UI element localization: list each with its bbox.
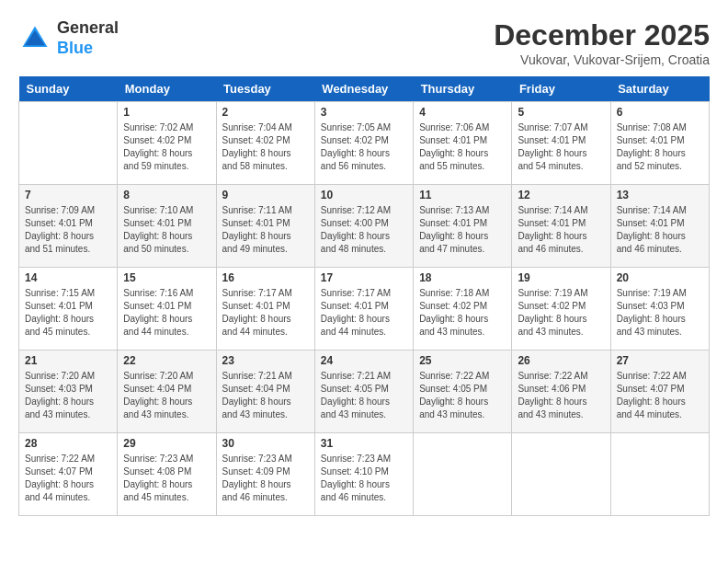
day-number: 3: [321, 106, 407, 119]
week-row-1: 1Sunrise: 7:02 AMSunset: 4:02 PMDaylight…: [19, 102, 710, 185]
calendar-cell: 25Sunrise: 7:22 AMSunset: 4:05 PMDayligh…: [414, 350, 512, 433]
calendar-cell: 14Sunrise: 7:15 AMSunset: 4:01 PMDayligh…: [19, 268, 118, 350]
calendar-cell: 21Sunrise: 7:20 AMSunset: 4:03 PMDayligh…: [19, 350, 118, 433]
day-header-wednesday: Wednesday: [314, 76, 413, 102]
day-number: 14: [25, 271, 111, 284]
day-number: 7: [25, 189, 111, 201]
calendar-cell: 28Sunrise: 7:22 AMSunset: 4:07 PMDayligh…: [19, 433, 118, 516]
calendar-cell: 16Sunrise: 7:17 AMSunset: 4:01 PMDayligh…: [216, 268, 314, 350]
day-number: 1: [123, 106, 210, 119]
day-number: 5: [518, 106, 604, 119]
day-number: 13: [617, 189, 703, 201]
cell-info: Sunrise: 7:14 AMSunset: 4:01 PMDaylight:…: [617, 204, 703, 256]
logo-text: General Blue: [57, 18, 119, 58]
cell-info: Sunrise: 7:11 AMSunset: 4:01 PMDaylight:…: [222, 204, 309, 256]
day-number: 28: [25, 437, 111, 450]
cell-info: Sunrise: 7:22 AMSunset: 4:07 PMDaylight:…: [617, 370, 703, 421]
day-number: 10: [321, 189, 407, 201]
calendar-cell: 24Sunrise: 7:21 AMSunset: 4:05 PMDayligh…: [314, 350, 413, 433]
cell-info: Sunrise: 7:13 AMSunset: 4:01 PMDaylight:…: [419, 204, 506, 256]
day-number: 2: [222, 106, 309, 119]
calendar-cell: 22Sunrise: 7:20 AMSunset: 4:04 PMDayligh…: [118, 350, 216, 433]
calendar-cell: 18Sunrise: 7:18 AMSunset: 4:02 PMDayligh…: [414, 268, 512, 350]
cell-info: Sunrise: 7:04 AMSunset: 4:02 PMDaylight:…: [222, 121, 309, 173]
calendar-cell: 2Sunrise: 7:04 AMSunset: 4:02 PMDaylight…: [216, 102, 314, 185]
day-number: 9: [222, 189, 309, 201]
calendar-cell: 7Sunrise: 7:09 AMSunset: 4:01 PMDaylight…: [19, 185, 118, 268]
calendar-cell: 11Sunrise: 7:13 AMSunset: 4:01 PMDayligh…: [414, 185, 512, 268]
week-row-3: 14Sunrise: 7:15 AMSunset: 4:01 PMDayligh…: [19, 268, 710, 350]
calendar-cell: 6Sunrise: 7:08 AMSunset: 4:01 PMDaylight…: [610, 102, 709, 185]
cell-info: Sunrise: 7:17 AMSunset: 4:01 PMDaylight:…: [321, 287, 407, 339]
day-number: 4: [419, 106, 506, 119]
calendar-cell: 13Sunrise: 7:14 AMSunset: 4:01 PMDayligh…: [610, 185, 709, 268]
day-number: 18: [419, 271, 506, 284]
cell-info: Sunrise: 7:22 AMSunset: 4:07 PMDaylight:…: [25, 453, 111, 504]
page-header: General Blue December 2025 Vukovar, Vuko…: [18, 18, 710, 67]
calendar-cell: 19Sunrise: 7:19 AMSunset: 4:02 PMDayligh…: [512, 268, 610, 350]
day-number: 30: [222, 437, 309, 450]
logo-icon: [18, 22, 51, 55]
cell-info: Sunrise: 7:12 AMSunset: 4:00 PMDaylight:…: [321, 204, 407, 256]
day-number: 27: [617, 354, 703, 367]
calendar-cell: 3Sunrise: 7:05 AMSunset: 4:02 PMDaylight…: [314, 102, 413, 185]
calendar-cell: [19, 102, 118, 185]
calendar-cell: 5Sunrise: 7:07 AMSunset: 4:01 PMDaylight…: [512, 102, 610, 185]
cell-info: Sunrise: 7:15 AMSunset: 4:01 PMDaylight:…: [25, 287, 111, 339]
day-header-tuesday: Tuesday: [216, 76, 314, 102]
calendar-cell: [610, 433, 709, 516]
cell-info: Sunrise: 7:23 AMSunset: 4:10 PMDaylight:…: [321, 453, 407, 504]
calendar-cell: 12Sunrise: 7:14 AMSunset: 4:01 PMDayligh…: [512, 185, 610, 268]
location: Vukovar, Vukovar-Srijem, Croatia: [494, 52, 710, 67]
cell-info: Sunrise: 7:20 AMSunset: 4:03 PMDaylight:…: [25, 370, 111, 421]
day-header-saturday: Saturday: [610, 76, 709, 102]
day-header-monday: Monday: [118, 76, 216, 102]
calendar-cell: 30Sunrise: 7:23 AMSunset: 4:09 PMDayligh…: [216, 433, 314, 516]
week-row-4: 21Sunrise: 7:20 AMSunset: 4:03 PMDayligh…: [19, 350, 710, 433]
calendar-cell: 1Sunrise: 7:02 AMSunset: 4:02 PMDaylight…: [118, 102, 216, 185]
cell-info: Sunrise: 7:17 AMSunset: 4:01 PMDaylight:…: [222, 287, 309, 339]
day-number: 31: [321, 437, 407, 450]
calendar-cell: 9Sunrise: 7:11 AMSunset: 4:01 PMDaylight…: [216, 185, 314, 268]
cell-info: Sunrise: 7:08 AMSunset: 4:01 PMDaylight:…: [617, 121, 703, 173]
cell-info: Sunrise: 7:02 AMSunset: 4:02 PMDaylight:…: [123, 121, 210, 173]
cell-info: Sunrise: 7:05 AMSunset: 4:02 PMDaylight:…: [321, 121, 407, 173]
cell-info: Sunrise: 7:06 AMSunset: 4:01 PMDaylight:…: [419, 121, 506, 173]
day-number: 6: [617, 106, 703, 119]
day-header-friday: Friday: [512, 76, 610, 102]
calendar-cell: 10Sunrise: 7:12 AMSunset: 4:00 PMDayligh…: [314, 185, 413, 268]
cell-info: Sunrise: 7:23 AMSunset: 4:09 PMDaylight:…: [222, 453, 309, 504]
cell-info: Sunrise: 7:09 AMSunset: 4:01 PMDaylight:…: [25, 204, 111, 256]
month-title: December 2025: [494, 18, 710, 52]
cell-info: Sunrise: 7:18 AMSunset: 4:02 PMDaylight:…: [419, 287, 506, 339]
calendar-cell: 17Sunrise: 7:17 AMSunset: 4:01 PMDayligh…: [314, 268, 413, 350]
day-number: 24: [321, 354, 407, 367]
day-number: 25: [419, 354, 506, 367]
title-block: December 2025 Vukovar, Vukovar-Srijem, C…: [494, 18, 710, 67]
calendar-cell: 15Sunrise: 7:16 AMSunset: 4:01 PMDayligh…: [118, 268, 216, 350]
day-number: 23: [222, 354, 309, 367]
calendar-cell: 8Sunrise: 7:10 AMSunset: 4:01 PMDaylight…: [118, 185, 216, 268]
cell-info: Sunrise: 7:21 AMSunset: 4:05 PMDaylight:…: [321, 370, 407, 421]
calendar-cell: 26Sunrise: 7:22 AMSunset: 4:06 PMDayligh…: [512, 350, 610, 433]
day-number: 11: [419, 189, 506, 201]
day-number: 29: [123, 437, 210, 450]
day-number: 20: [617, 271, 703, 284]
calendar-cell: [512, 433, 610, 516]
logo: General Blue: [18, 18, 119, 58]
cell-info: Sunrise: 7:19 AMSunset: 4:02 PMDaylight:…: [518, 287, 604, 339]
cell-info: Sunrise: 7:14 AMSunset: 4:01 PMDaylight:…: [518, 204, 604, 256]
cell-info: Sunrise: 7:19 AMSunset: 4:03 PMDaylight:…: [617, 287, 703, 339]
header-row: SundayMondayTuesdayWednesdayThursdayFrid…: [19, 76, 710, 102]
cell-info: Sunrise: 7:10 AMSunset: 4:01 PMDaylight:…: [123, 204, 210, 256]
cell-info: Sunrise: 7:22 AMSunset: 4:06 PMDaylight:…: [518, 370, 604, 421]
day-number: 12: [518, 189, 604, 201]
cell-info: Sunrise: 7:16 AMSunset: 4:01 PMDaylight:…: [123, 287, 210, 339]
day-number: 8: [123, 189, 210, 201]
cell-info: Sunrise: 7:22 AMSunset: 4:05 PMDaylight:…: [419, 370, 506, 421]
day-number: 21: [25, 354, 111, 367]
calendar-cell: 29Sunrise: 7:23 AMSunset: 4:08 PMDayligh…: [118, 433, 216, 516]
cell-info: Sunrise: 7:20 AMSunset: 4:04 PMDaylight:…: [123, 370, 210, 421]
day-number: 26: [518, 354, 604, 367]
calendar-cell: 31Sunrise: 7:23 AMSunset: 4:10 PMDayligh…: [314, 433, 413, 516]
